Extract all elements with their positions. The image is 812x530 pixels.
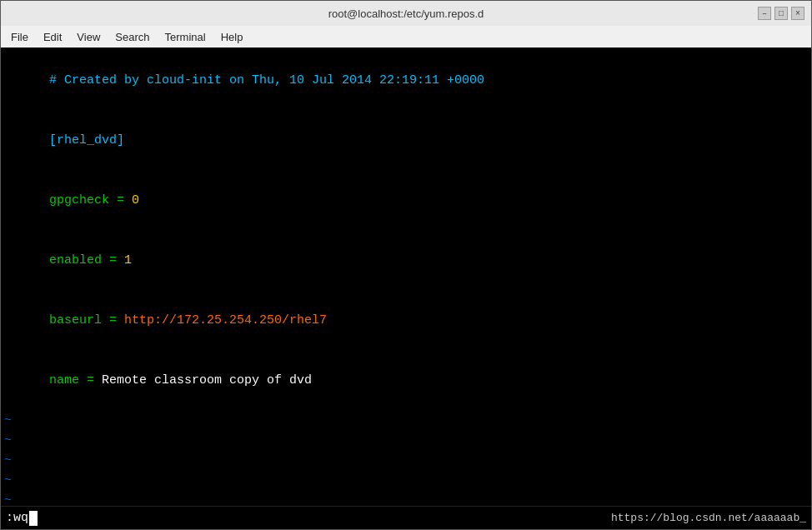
window-title: root@localhost:/etc/yum.repos.d (328, 8, 484, 20)
statusbar: :wq https://blog.csdn.net/aaaaaab_ (1, 506, 811, 529)
line-3: gpgcheck = 0 (4, 171, 808, 231)
line-5: baseurl = http://172.25.254.250/rhel7 (4, 291, 808, 351)
eq-gpgcheck: = (109, 193, 132, 208)
key-name: name (49, 373, 79, 388)
close-button[interactable]: × (791, 7, 804, 20)
menu-terminal[interactable]: Terminal (158, 29, 213, 45)
menu-file[interactable]: File (4, 29, 35, 45)
terminal-content[interactable]: # Created by cloud-init on Thu, 10 Jul 2… (1, 48, 811, 506)
tilde-2: ~ (4, 431, 808, 451)
line-2: [rhel_dvd] (4, 111, 808, 171)
val-name: Remote classroom copy of dvd (102, 373, 312, 388)
minimize-button[interactable]: – (758, 7, 771, 20)
eq-baseurl: = (102, 313, 124, 328)
tilde-4: ~ (4, 471, 808, 491)
menubar: File Edit View Search Terminal Help (1, 26, 811, 48)
val-gpgcheck: 0 (132, 193, 139, 208)
val-enabled: 1 (124, 253, 132, 268)
line-4: enabled = 1 (4, 231, 808, 291)
eq-name: = (79, 373, 102, 388)
titlebar: root@localhost:/etc/yum.repos.d – □ × (1, 1, 811, 26)
tilde-3: ~ (4, 451, 808, 471)
menu-help[interactable]: Help (214, 29, 250, 45)
section-header: [rhel_dvd] (49, 133, 124, 148)
key-enabled: enabled (49, 253, 102, 268)
line-6: name = Remote classroom copy of dvd (4, 351, 808, 411)
val-baseurl: http://172.25.254.250/rhel7 (124, 313, 327, 328)
menu-view[interactable]: View (70, 29, 107, 45)
key-baseurl: baseurl (49, 313, 102, 328)
line-1: # Created by cloud-init on Thu, 10 Jul 2… (4, 51, 808, 111)
titlebar-buttons: – □ × (758, 7, 804, 20)
terminal-window: root@localhost:/etc/yum.repos.d – □ × Fi… (0, 0, 812, 530)
eq-enabled: = (102, 253, 124, 268)
key-gpgcheck: gpgcheck (49, 193, 109, 208)
menu-search[interactable]: Search (108, 29, 156, 45)
tilde-1: ~ (4, 411, 808, 431)
tilde-5: ~ (4, 491, 808, 506)
menu-edit[interactable]: Edit (37, 29, 68, 45)
comment-line: # Created by cloud-init on Thu, 10 Jul 2… (49, 73, 484, 88)
maximize-button[interactable]: □ (774, 7, 788, 20)
command-text: :wq (6, 511, 28, 525)
cursor (29, 511, 38, 526)
status-url: https://blog.csdn.net/aaaaaab_ (611, 512, 806, 524)
command-input[interactable]: :wq (6, 511, 38, 526)
